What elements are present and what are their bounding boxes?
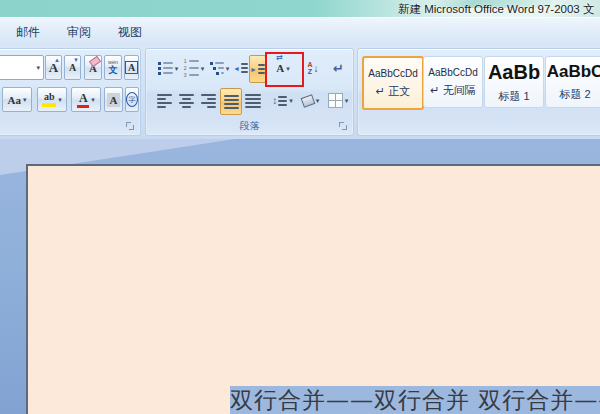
character-border-button[interactable]: A — [124, 55, 139, 80]
paint-bucket-icon — [300, 94, 315, 108]
paragraph-mark-icon: ↵ — [333, 61, 344, 76]
character-border-icon: A — [125, 61, 138, 74]
document-page[interactable]: 双行合并——双行合并 双行合并——双行合 — [26, 164, 600, 414]
sort-icon: A Z — [307, 61, 312, 75]
increase-indent-button[interactable]: ► — [249, 55, 266, 83]
style-heading2[interactable]: AaBbC 标题 2 — [545, 56, 600, 108]
borders-button[interactable]: ▾ — [326, 88, 350, 113]
decrease-indent-button[interactable]: ◄ — [233, 55, 248, 81]
multilevel-list-button[interactable]: ▾ — [208, 55, 231, 81]
ribbon: ▾ A ▲ A ▼ A wén 文 A Aa ▾ ab — [0, 46, 600, 140]
borders-grid-icon — [328, 93, 343, 108]
style-heading1[interactable]: AaBb 标题 1 — [484, 56, 544, 108]
phonetic-guide-icon: wén 文 — [108, 60, 118, 75]
justify-icon — [224, 95, 239, 109]
paragraph-group-label: 段落 — [146, 119, 353, 133]
paragraph-dialog-launcher[interactable] — [339, 122, 348, 131]
numbering-icon: 1 2 3 — [184, 59, 199, 78]
align-center-icon — [179, 94, 194, 108]
distribute-text-button[interactable] — [242, 88, 264, 113]
chevron-down-icon: ▾ — [175, 65, 179, 72]
style-normal[interactable]: AaBbCcDd ↵ 正文 — [362, 56, 424, 110]
ribbon-tab-row: 邮件 审阅 视图 — [0, 17, 600, 46]
style-preview: AaBbCcDd — [368, 68, 417, 79]
chevron-down-icon: ▾ — [23, 96, 27, 103]
increase-indent-icon: ► — [250, 66, 257, 73]
change-case-button[interactable]: Aa ▾ — [2, 87, 32, 112]
character-shading-button[interactable]: A — [104, 87, 123, 112]
style-preview: AaBbCcDd — [428, 67, 477, 78]
clear-formatting-button[interactable]: A — [84, 55, 102, 80]
chevron-down-icon: ▾ — [58, 96, 62, 103]
change-case-icon: Aa — [8, 94, 21, 106]
align-right-icon — [201, 94, 216, 108]
style-label: ↵ 正文 — [376, 84, 410, 99]
tab-view[interactable]: 视图 — [118, 24, 142, 41]
chevron-down-icon: ▾ — [345, 97, 349, 104]
shrink-font-button[interactable]: A ▼ — [64, 55, 81, 80]
chevron-down-icon: ▾ — [36, 64, 40, 71]
style-preview: AaBb — [488, 61, 540, 84]
font-group: ▾ A ▲ A ▼ A wén 文 A Aa ▾ ab — [0, 48, 141, 136]
chevron-down-icon: ▾ — [316, 97, 320, 104]
tab-mailings[interactable]: 邮件 — [16, 24, 40, 41]
justify-button[interactable] — [220, 88, 242, 115]
chevron-down-icon: ▾ — [289, 97, 293, 104]
text-highlight-button[interactable]: ab ▾ — [37, 87, 67, 112]
align-left-icon — [157, 94, 172, 108]
grow-font-button[interactable]: A ▲ — [45, 55, 62, 80]
align-center-button[interactable] — [176, 88, 196, 113]
highlighter-icon: ab — [42, 92, 56, 107]
distribute-text-icon — [245, 94, 261, 108]
tab-review[interactable]: 审阅 — [67, 24, 91, 41]
align-right-button[interactable] — [198, 88, 218, 113]
bullets-icon — [158, 62, 173, 75]
decrease-indent-icon: ◄ — [233, 65, 240, 72]
font-dialog-launcher[interactable] — [126, 122, 135, 131]
font-color-icon: A — [77, 92, 89, 108]
styles-group: AaBbCcDd ↵ 正文 AaBbCcDd ↵ 无间隔 AaBb 标题 1 A… — [357, 48, 600, 136]
line-spacing-button[interactable]: ↕ ▾ — [270, 88, 295, 113]
sort-button[interactable]: A Z ↓ — [303, 55, 323, 81]
chevron-down-icon: ▾ — [201, 65, 205, 72]
phonetic-guide-button[interactable]: wén 文 — [104, 55, 122, 80]
enclose-characters-button[interactable]: 字 — [125, 87, 139, 112]
text-selection: 双行合并——双行合并 双行合并——双行合 — [230, 386, 600, 414]
enclose-characters-icon: 字 — [126, 92, 138, 107]
line-spacing-icon: ↕ — [272, 95, 277, 106]
shading-button[interactable]: ▾ — [299, 88, 322, 113]
font-color-button[interactable]: A ▾ — [71, 87, 101, 112]
style-label: ↵ 无间隔 — [430, 83, 475, 98]
style-preview: AaBbC — [547, 62, 600, 82]
window-title: 新建 Microsoft Office Word 97-2003 文 — [398, 2, 594, 17]
style-label: 标题 1 — [498, 89, 529, 104]
numbering-button[interactable]: 1 2 3 ▾ — [182, 55, 206, 81]
style-no-spacing[interactable]: AaBbCcDd ↵ 无间隔 — [423, 56, 483, 108]
style-label: 标题 2 — [559, 87, 590, 102]
align-left-button[interactable] — [154, 88, 174, 113]
chevron-down-icon: ▾ — [226, 65, 230, 72]
chevron-down-icon: ▾ — [91, 96, 95, 103]
character-shading-icon: A — [107, 93, 121, 107]
shrink-font-icon: A — [69, 62, 76, 73]
annotation-red-box — [265, 52, 304, 87]
multilevel-list-icon — [210, 62, 224, 75]
font-size-combo[interactable]: ▾ — [0, 55, 44, 80]
selected-text: 双行合并——双行合并 双行合并——双行合 — [230, 389, 600, 412]
bullets-button[interactable]: ▾ — [156, 55, 180, 81]
paragraph-group: ▾ 1 2 3 ▾ ▾ ◄ ► — [145, 48, 354, 136]
show-hide-marks-button[interactable]: ↵ — [329, 55, 348, 81]
